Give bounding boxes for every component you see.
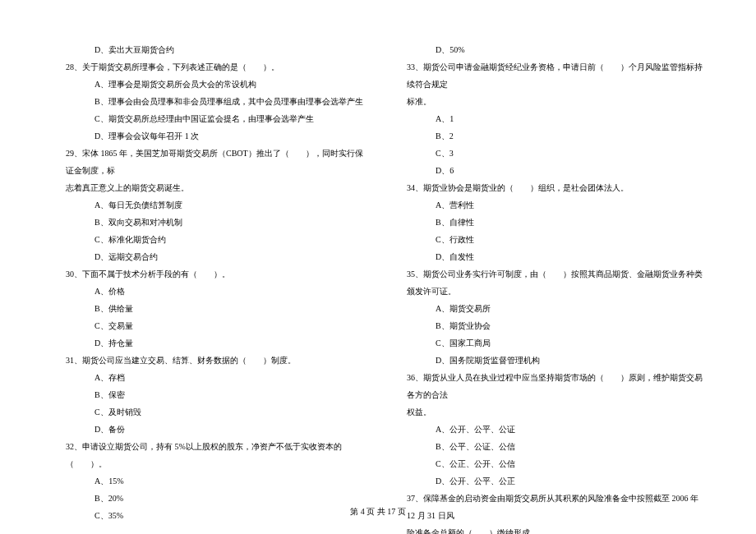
question-37-cont: 险准备金总额的（ ）缴纳形成。 bbox=[390, 524, 707, 534]
q30-option-c: C、交易量 bbox=[49, 317, 366, 334]
question-29: 29、宋体 1865 年，美国芝加哥期货交易所（CBOT）推出了（ ），同时实行… bbox=[49, 145, 366, 179]
q35-option-c: C、国家工商局 bbox=[390, 334, 707, 352]
question-29-cont: 志着真正意义上的期货交易诞生。 bbox=[49, 179, 366, 196]
q33-option-b: B、2 bbox=[390, 127, 707, 145]
q28-option-a: A、理事会是期货交易所会员大会的常设机构 bbox=[49, 76, 366, 93]
q36-option-c: C、公正、公开、公信 bbox=[390, 455, 707, 472]
q29-option-d: D、远期交易合约 bbox=[49, 248, 366, 265]
q34-option-d: D、自发性 bbox=[390, 248, 707, 265]
q32-option-a: A、15% bbox=[49, 472, 366, 490]
q34-option-b: B、自律性 bbox=[390, 214, 707, 231]
question-33-cont: 标准。 bbox=[390, 93, 707, 110]
q33-option-a: A、1 bbox=[390, 110, 707, 127]
q33-option-d: D、6 bbox=[390, 162, 707, 179]
q28-option-c: C、期货交易所总经理由中国证监会提名，由理事会选举产生 bbox=[49, 110, 366, 127]
q32-option-b: B、20% bbox=[49, 490, 366, 507]
q31-option-c: C、及时销毁 bbox=[49, 403, 366, 421]
q35-option-a: A、期货交易所 bbox=[390, 300, 707, 317]
q30-option-d: D、持仓量 bbox=[49, 334, 366, 352]
q36-option-d: D、公开、公平、公正 bbox=[390, 472, 707, 490]
q31-option-a: A、存档 bbox=[49, 369, 366, 386]
q29-option-c: C、标准化期货合约 bbox=[49, 231, 366, 248]
left-column: D、卖出大豆期货合约 28、关于期货交易所理事会，下列表述正确的是（ ）。 A、… bbox=[49, 41, 366, 501]
q31-option-b: B、保密 bbox=[49, 386, 366, 403]
question-33: 33、期货公司申请金融期货经纪业务资格，申请日前（ ）个月风险监管指标持续符合规… bbox=[390, 58, 707, 93]
page-content: D、卖出大豆期货合约 28、关于期货交易所理事会，下列表述正确的是（ ）。 A、… bbox=[49, 41, 707, 501]
q30-option-a: A、价格 bbox=[49, 283, 366, 300]
q30-option-b: B、供给量 bbox=[49, 300, 366, 317]
question-36-cont: 权益。 bbox=[390, 403, 707, 421]
q36-option-b: B、公平、公证、公信 bbox=[390, 438, 707, 455]
question-30: 30、下面不属于技术分析手段的有（ ）。 bbox=[49, 265, 366, 283]
question-34: 34、期货业协会是期货业的（ ）组织，是社会团体法人。 bbox=[390, 179, 707, 196]
q35-option-d: D、国务院期货监督管理机构 bbox=[390, 352, 707, 369]
question-31: 31、期货公司应当建立交易、结算、财务数据的（ ）制度。 bbox=[49, 352, 366, 369]
q36-option-a: A、公开、公平、公证 bbox=[390, 421, 707, 438]
q34-option-a: A、营利性 bbox=[390, 196, 707, 214]
right-column: D、50% 33、期货公司申请金融期货经纪业务资格，申请日前（ ）个月风险监管指… bbox=[390, 41, 707, 501]
question-36: 36、期货从业人员在执业过程中应当坚持期货市场的（ ）原则，维护期货交易各方的合… bbox=[390, 369, 707, 403]
question-28: 28、关于期货交易所理事会，下列表述正确的是（ ）。 bbox=[49, 58, 366, 76]
q34-option-c: C、行政性 bbox=[390, 231, 707, 248]
q32-option-d: D、50% bbox=[390, 41, 707, 58]
q28-option-b: B、理事会由会员理事和非会员理事组成，其中会员理事由理事会选举产生 bbox=[49, 93, 366, 110]
q27-option-d: D、卖出大豆期货合约 bbox=[49, 41, 366, 58]
question-35: 35、期货公司业务实行许可制度，由（ ）按照其商品期货、金融期货业务种类颁发许可… bbox=[390, 265, 707, 300]
q35-option-b: B、期货业协会 bbox=[390, 317, 707, 334]
q33-option-c: C、3 bbox=[390, 145, 707, 162]
q28-option-d: D、理事会会议每年召开 1 次 bbox=[49, 127, 366, 145]
q29-option-a: A、每日无负债结算制度 bbox=[49, 196, 366, 214]
q29-option-b: B、双向交易和对冲机制 bbox=[49, 214, 366, 231]
q31-option-d: D、备份 bbox=[49, 421, 366, 438]
question-32: 32、申请设立期货公司，持有 5%以上股权的股东，净资产不低于实收资本的（ ）。 bbox=[49, 438, 366, 472]
page-footer: 第 4 页 共 17 页 bbox=[0, 506, 756, 518]
